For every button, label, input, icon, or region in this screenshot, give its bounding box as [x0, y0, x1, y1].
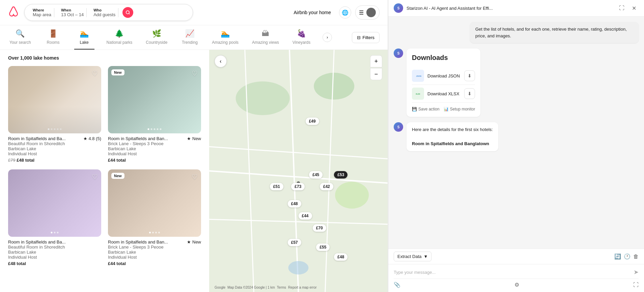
send-button[interactable]: ➤ [634, 268, 639, 276]
price-bubble[interactable]: £57 [288, 239, 301, 246]
listing-price: £48 total [8, 261, 101, 266]
svg-point-0 [126, 11, 129, 14]
search-button[interactable] [122, 7, 133, 18]
expand-input-button[interactable]: ⛶ [633, 282, 639, 288]
extract-bar: Extract Data ▼ 🔄 🕐 🗑 [388, 249, 644, 264]
listing-title: Room in Spitalfields and Ban... [108, 136, 187, 141]
category-amazing-views[interactable]: 🏔 Amazing views [251, 25, 280, 50]
listing-card[interactable]: ♡ Room in Spitalfields and Ba... Beautif… [8, 169, 101, 266]
listing-card[interactable]: ♡ Room in Spitalfields and Ba... ★ 4 [8, 66, 101, 163]
ai-title: Starizon AI - AI Agent and Assistant for… [407, 6, 614, 11]
dates-section[interactable]: When 13 Oct – 14 [58, 8, 87, 17]
ai-input-footer: 📎 ⚙ ⛶ [394, 279, 639, 288]
airbnb-logo[interactable] [8, 6, 19, 19]
category-trending[interactable]: 📈 Trending [179, 25, 200, 50]
extract-actions: 🔄 🕐 🗑 [614, 253, 639, 260]
map-back-button[interactable]: ‹ [215, 55, 227, 67]
globe-button[interactable]: 🌐 [339, 6, 351, 19]
ai-response-bubble: Here are the details for the first six h… [407, 122, 498, 151]
setup-monitor-link[interactable]: 📊 Setup monitor [444, 107, 475, 111]
price-bubble[interactable]: £53 [334, 171, 347, 179]
current-price: £48 total [8, 261, 26, 266]
category-scroll-button[interactable]: › [323, 33, 332, 42]
category-national-parks[interactable]: 🌲 National parks [105, 25, 134, 50]
map-controls: + − [370, 55, 382, 80]
category-label: Countryside [146, 40, 167, 45]
price-bubble[interactable]: £48 [334, 253, 347, 261]
map-zoom-in-button[interactable]: + [370, 55, 382, 67]
location-section[interactable]: Where Map area [30, 8, 54, 17]
wishlist-button[interactable]: ♡ [92, 173, 98, 181]
price-bubble[interactable]: £44 [299, 212, 312, 220]
image-dots [148, 128, 162, 130]
refresh-button[interactable]: 🔄 [614, 253, 621, 260]
xlsx-file-icon: XLSX [412, 88, 424, 100]
listing-info: Room in Spitalfields and Ban... ★ New Br… [108, 237, 201, 266]
ai-header: S Starizon AI - AI Agent and Assistant f… [388, 0, 644, 17]
category-countryside[interactable]: 🌿 Countryside [144, 25, 169, 50]
category-label: Amazing pools [212, 40, 239, 45]
airbnb-home-button[interactable]: Airbnb your home [289, 7, 335, 18]
trash-button[interactable]: 🗑 [633, 253, 639, 260]
category-lake[interactable]: 🏊 Lake [74, 25, 94, 50]
dot [57, 232, 59, 233]
downloads-section: Downloads JSON Download JSON ⬇ [407, 48, 480, 117]
ai-header-actions: ⛶ ✕ [617, 3, 639, 13]
listing-card[interactable]: ♡ New Room in Spitalfields and Ban... [108, 66, 201, 163]
price-bubble[interactable]: £73 [291, 183, 305, 190]
clock-button[interactable]: 🕐 [624, 253, 631, 260]
save-action-icon: 💾 [412, 107, 417, 111]
listing-location: Barbican Lake [108, 146, 201, 151]
price-bubble[interactable]: £45 [309, 171, 323, 179]
listing-info: Room in Spitalfields and Ba... ★ 4.8 (5)… [8, 133, 101, 163]
listing-location: Barbican Lake [8, 146, 101, 151]
listing-location: Barbican Lake [8, 250, 101, 255]
settings-button[interactable]: ⚙ [514, 282, 519, 288]
svg-point-3 [314, 73, 354, 100]
category-label: Rooms [47, 40, 60, 45]
ai-message-input[interactable] [394, 270, 631, 275]
price-bubble[interactable]: £42 [320, 183, 333, 190]
listing-image: ♡ New [108, 66, 201, 133]
category-rooms[interactable]: 🚪 Rooms [43, 25, 63, 50]
category-vineyards[interactable]: 🍇 Vineyards [291, 25, 312, 50]
category-amazing-pools[interactable]: 🏊 Amazing pools [211, 25, 240, 50]
price-bubble[interactable]: £51 [270, 183, 283, 190]
search-bar[interactable]: Where Map area When 13 Oct – 14 Who Add … [24, 4, 193, 21]
price-bubble[interactable]: £70 [313, 224, 326, 232]
xlsx-download-button[interactable]: ⬇ [464, 88, 475, 99]
listing-rating: ★ New [187, 136, 201, 141]
user-menu[interactable]: ☰ [355, 5, 380, 20]
lake-icon: 🏊 [80, 29, 89, 38]
category-your-search[interactable]: 🔍 Your search [8, 25, 32, 50]
rooms-icon: 🚪 [49, 29, 58, 38]
filters-icon: ⊟ [357, 35, 361, 40]
category-label: Trending [182, 40, 198, 45]
wishlist-button[interactable]: ♡ [192, 173, 198, 181]
trending-icon: 📈 [185, 29, 194, 38]
guests-section[interactable]: Who Add guests [91, 8, 118, 17]
extract-data-dropdown[interactable]: Extract Data ▼ [394, 252, 431, 261]
listing-image: ♡ [8, 66, 101, 133]
ai-close-button[interactable]: ✕ [629, 3, 639, 13]
wishlist-button[interactable]: ♡ [192, 69, 198, 77]
attachment-button[interactable]: 📎 [394, 282, 400, 288]
map-zoom-out-button[interactable]: − [370, 68, 382, 80]
json-download-button[interactable]: ⬇ [464, 70, 475, 81]
ai-expand-button[interactable]: ⛶ [617, 3, 626, 13]
dot [157, 128, 159, 130]
download-item-json: JSON Download JSON ⬇ [412, 67, 475, 85]
map-data-text: Map Data ©2024 Google | 1 km [227, 286, 275, 289]
ai-input-area: ➤ 📎 ⚙ ⛶ [388, 264, 644, 292]
price-bubble[interactable]: £48 [288, 200, 301, 207]
price-bubble[interactable]: £55 [316, 244, 330, 251]
listing-subtitle: Beautiful Room in Shoreditch [8, 141, 101, 146]
save-action-link[interactable]: 💾 Save action [412, 107, 440, 111]
filters-button[interactable]: ⊟ Filters [352, 32, 380, 43]
category-label: Amazing views [252, 40, 279, 45]
wishlist-button[interactable]: ♡ [92, 69, 98, 77]
your-search-icon: 🔍 [16, 29, 25, 38]
category-label: Your search [9, 40, 31, 45]
listing-card[interactable]: ♡ New Room in Spitalfields and Ban... ★ [108, 169, 201, 266]
price-bubble[interactable]: £49 [306, 118, 319, 125]
